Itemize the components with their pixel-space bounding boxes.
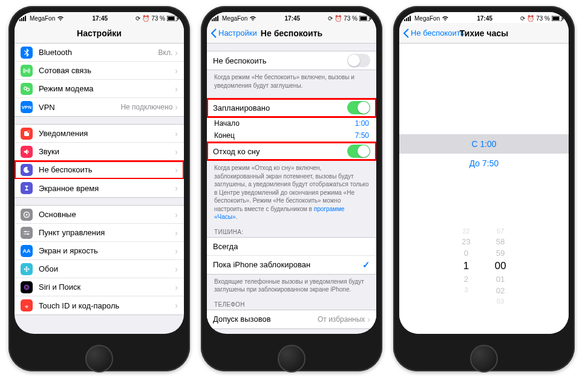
row-label: Обои bbox=[39, 264, 175, 273]
row-label: VPN bbox=[39, 103, 120, 112]
svg-rect-33 bbox=[406, 18, 407, 21]
svg-rect-3 bbox=[25, 16, 26, 21]
chevron-right-icon: › bbox=[175, 147, 178, 157]
sliders-icon bbox=[21, 227, 33, 239]
signal-icon bbox=[212, 16, 220, 21]
row-dnd-toggle[interactable]: Не беспокоить bbox=[207, 51, 376, 70]
settings-list[interactable]: Bluetooth Вкл. › Сотовая связь › Режим м… bbox=[15, 44, 184, 334]
row-label: Режим модема bbox=[39, 84, 175, 93]
dnd-footer: Когда режим «Не беспокоить» включен, выз… bbox=[207, 70, 376, 91]
row-cellular[interactable]: Сотовая связь › bbox=[15, 62, 184, 80]
home-button[interactable] bbox=[278, 345, 305, 373]
svg-point-9 bbox=[27, 88, 30, 91]
svg-point-13 bbox=[26, 213, 28, 215]
bedtime-footer: Когда режим «Отход ко сну» включен, забл… bbox=[207, 161, 376, 223]
row-value: Вкл. bbox=[158, 48, 173, 57]
row-label: Пока iPhone заблокирован bbox=[213, 260, 362, 269]
cellular-icon bbox=[21, 65, 33, 77]
phone-dnd: MegaFon 17:45 ⟳ ⏰ 73 % Настройки Не бесп… bbox=[201, 6, 382, 371]
svg-rect-32 bbox=[404, 19, 405, 21]
hour-column[interactable]: 22 23 0 1 2 3 bbox=[462, 227, 470, 305]
row-notifications[interactable]: Уведомления › bbox=[15, 125, 184, 143]
row-value: Не подключено bbox=[120, 103, 172, 111]
alarm-icon: ⏰ bbox=[335, 15, 342, 22]
wifi-icon bbox=[57, 16, 64, 21]
time-picker[interactable]: 22 23 0 1 2 3 57 58 59 00 01 02 03 bbox=[399, 227, 569, 305]
row-bedtime[interactable]: Отход ко сну bbox=[207, 142, 376, 160]
page-title: Тихие часы bbox=[460, 28, 508, 38]
scheduled-toggle[interactable] bbox=[347, 101, 370, 114]
status-bar: MegaFon 17:45 ⟳ ⏰ 73 % bbox=[399, 12, 569, 23]
row-to[interactable]: Конец 7:50 bbox=[207, 129, 376, 142]
svg-rect-26 bbox=[214, 18, 215, 21]
svg-point-20 bbox=[26, 270, 28, 272]
rotation-lock-icon: ⟳ bbox=[328, 15, 333, 22]
chevron-right-icon: › bbox=[367, 314, 370, 324]
chevron-right-icon: › bbox=[175, 165, 178, 175]
picker-hour: 3 bbox=[464, 286, 468, 293]
row-allow-calls[interactable]: Допуск вызовов От избранных › bbox=[207, 310, 376, 328]
signal-icon bbox=[404, 16, 413, 21]
minute-column[interactable]: 57 58 59 00 01 02 03 bbox=[495, 227, 506, 305]
row-siri[interactable]: Siri и Поиск › bbox=[15, 278, 184, 296]
row-label: Siri и Поиск bbox=[39, 282, 175, 292]
status-bar: MegaFon 17:45 ⟳ ⏰ 73 % bbox=[15, 12, 184, 23]
row-hotspot[interactable]: Режим модема › bbox=[15, 80, 184, 98]
bedtime-toggle[interactable] bbox=[347, 145, 370, 158]
svg-rect-28 bbox=[217, 16, 218, 21]
row-screentime[interactable]: Экранное время › bbox=[15, 179, 184, 197]
page-title: Не беспокоить bbox=[261, 28, 322, 38]
picker-min: 59 bbox=[496, 249, 505, 258]
row-while-locked[interactable]: Пока iPhone заблокирован ✓ bbox=[207, 256, 376, 274]
rotation-lock-icon: ⟳ bbox=[136, 15, 140, 22]
flower-icon bbox=[21, 263, 33, 275]
from-text: С 1:00 bbox=[471, 139, 496, 149]
chevron-right-icon: › bbox=[175, 102, 178, 112]
row-always[interactable]: Всегда bbox=[207, 238, 376, 256]
row-dnd[interactable]: Не беспокоить › bbox=[15, 161, 184, 179]
back-button[interactable]: Не беспокоить bbox=[403, 23, 465, 43]
svg-rect-35 bbox=[410, 16, 411, 21]
svg-rect-0 bbox=[19, 19, 21, 21]
back-label: Настройки bbox=[218, 28, 257, 37]
row-from[interactable]: Начало 1:00 bbox=[207, 117, 376, 129]
carrier-label: MegaFon bbox=[414, 15, 440, 22]
row-display[interactable]: AA Экран и яркость › bbox=[15, 242, 184, 260]
phone-header: ТЕЛЕФОН bbox=[207, 295, 376, 310]
chevron-right-icon: › bbox=[175, 264, 178, 274]
picker-min: 01 bbox=[496, 275, 505, 284]
vpn-icon: VPN bbox=[21, 101, 33, 113]
to-row[interactable]: До 7:50 bbox=[399, 154, 569, 173]
row-touchid[interactable]: Touch ID и код-пароль › bbox=[15, 296, 184, 314]
picker-min: 57 bbox=[497, 227, 504, 235]
navbar: Настройки bbox=[15, 23, 184, 44]
chevron-right-icon: › bbox=[175, 66, 178, 76]
to-value: 7:50 bbox=[355, 131, 369, 140]
row-general[interactable]: Основные › bbox=[15, 206, 184, 224]
chevron-right-icon: › bbox=[175, 84, 178, 94]
row-label: Отход ко сну bbox=[213, 147, 347, 156]
svg-point-11 bbox=[27, 131, 30, 133]
quiet-hours-content[interactable]: С 1:00 До 7:50 22 23 0 1 2 3 57 58 59 00… bbox=[399, 44, 569, 334]
row-sounds[interactable]: Звуки › bbox=[15, 143, 184, 161]
row-bluetooth[interactable]: Bluetooth Вкл. › bbox=[15, 44, 184, 62]
row-vpn[interactable]: VPN VPN Не подключено › bbox=[15, 98, 184, 116]
row-control-center[interactable]: Пункт управления › bbox=[15, 224, 184, 242]
picker-hour: 2 bbox=[464, 275, 468, 284]
dnd-toggle[interactable] bbox=[347, 54, 370, 67]
row-label: Не беспокоить bbox=[213, 56, 347, 65]
home-button[interactable] bbox=[85, 345, 113, 373]
row-label: Touch ID и код-пароль bbox=[39, 301, 175, 310]
row-wallpaper[interactable]: Обои › bbox=[15, 260, 184, 278]
back-button[interactable]: Настройки bbox=[211, 23, 257, 43]
row-label: Всегда bbox=[213, 242, 370, 251]
carrier-label: MegaFon bbox=[30, 15, 55, 22]
row-scheduled[interactable]: Запланировано bbox=[207, 99, 376, 117]
from-row[interactable]: С 1:00 bbox=[399, 134, 569, 154]
dnd-content[interactable]: Не беспокоить Когда режим «Не беспокоить… bbox=[207, 44, 376, 334]
home-button[interactable] bbox=[470, 345, 498, 373]
status-bar: MegaFon 17:45 ⟳ ⏰ 73 % bbox=[207, 12, 376, 23]
signal-icon bbox=[19, 16, 28, 21]
moon-icon bbox=[21, 164, 33, 176]
sounds-icon bbox=[21, 146, 33, 158]
